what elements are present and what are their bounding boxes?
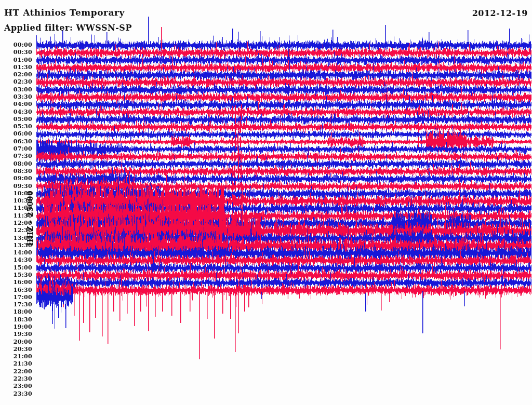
time-label: 21:30	[0, 361, 32, 367]
seismogram-canvas	[0, 0, 532, 405]
time-label: 06:00	[0, 131, 32, 137]
time-label: 18:30	[0, 317, 32, 323]
time-label: 20:00	[0, 339, 32, 345]
time-label: 19:30	[0, 331, 32, 338]
time-label: 03:00	[0, 87, 32, 93]
time-label: 04:00	[0, 101, 32, 107]
helicorder-screen: HT Athinios Temporary Applied filter: WW…	[0, 0, 532, 405]
time-label: 01:00	[0, 57, 32, 63]
time-label: 21:00	[0, 354, 32, 360]
time-label: 00:30	[0, 49, 32, 56]
time-label: 05:00	[0, 116, 32, 123]
time-label: 06:30	[0, 139, 32, 145]
time-label: 16:00	[0, 279, 32, 286]
time-label: 07:30	[0, 153, 32, 159]
time-label: 20:30	[0, 346, 32, 353]
record-date: 2012-12-19	[472, 8, 528, 18]
time-label: 02:00	[0, 72, 32, 78]
time-label: 07:00	[0, 146, 32, 152]
time-label: 00:00	[0, 42, 32, 48]
time-label: 17:30	[0, 302, 32, 308]
time-label: 23:30	[0, 391, 32, 397]
time-label: 15:30	[0, 272, 32, 278]
applied-filter-label: Applied filter: WWSSN-SP	[4, 23, 132, 33]
time-label: 16:30	[0, 287, 32, 293]
time-label: 18:00	[0, 309, 32, 315]
time-label: 22:30	[0, 376, 32, 382]
time-label: 23:00	[0, 383, 32, 389]
channel-scale-label: HHZ - 25000	[26, 166, 34, 270]
station-title: HT Athinios Temporary	[4, 7, 125, 18]
time-label: 22:00	[0, 369, 32, 375]
time-label: 19:00	[0, 324, 32, 330]
time-label: 05:30	[0, 124, 32, 130]
time-label: 17:00	[0, 294, 32, 301]
time-label: 04:30	[0, 109, 32, 115]
time-label: 02:30	[0, 79, 32, 85]
time-label: 01:30	[0, 64, 32, 71]
time-label: 03:30	[0, 94, 32, 100]
